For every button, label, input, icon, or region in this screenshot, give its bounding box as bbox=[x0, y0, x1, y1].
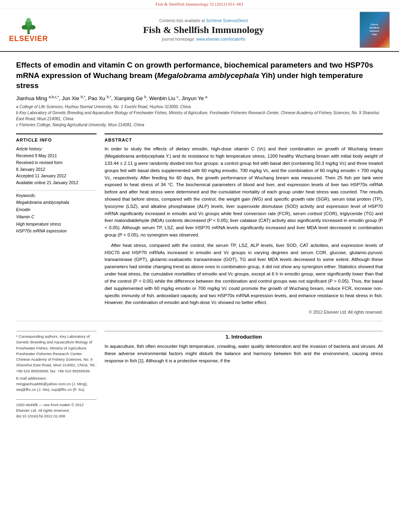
journal-homepage-line: journal homepage: www.elsevier.com/locat… bbox=[55, 37, 352, 41]
homepage-url[interactable]: www.elsevier.com/locate/fsi bbox=[196, 37, 245, 41]
footnote-corresponding: * Corresponding authors. Key Laboratory … bbox=[16, 334, 97, 393]
abstract-body: In order to study the effects of dietary… bbox=[105, 146, 383, 306]
affil-b: b Key Laboratory of Genetic Breeding and… bbox=[16, 110, 383, 122]
article-info-heading: ARTICLE INFO bbox=[16, 138, 97, 142]
journal-reference-bar: Fish & Shellfish Immunology 32 (2012) 65… bbox=[0, 0, 399, 8]
copyright-line: © 2012 Elsevier Ltd. All rights reserved… bbox=[105, 310, 383, 314]
affiliations: a College of Life Sciences, Huzhou Norma… bbox=[16, 104, 383, 128]
intro-heading: 1. Introduction bbox=[105, 334, 383, 340]
title-italic: Megalobrama amblycephala bbox=[157, 71, 259, 80]
svg-point-3 bbox=[27, 18, 31, 23]
keyword-4: High temperature stress bbox=[16, 221, 97, 228]
history-section: Article history: Received 9 May 2011 Rec… bbox=[16, 146, 97, 186]
sciverse-line: Contents lists available at SciVerse Sci… bbox=[55, 18, 352, 23]
keywords-label: Keywords: bbox=[16, 193, 97, 198]
revised-date: 8 January 2012 bbox=[16, 166, 97, 173]
issn-section: 1050-4648/$ — see front matter © 2012 El… bbox=[16, 399, 97, 419]
journal-title-area: Contents lists available at SciVerse Sci… bbox=[55, 18, 352, 41]
keyword-3: Vitamin C bbox=[16, 214, 97, 221]
keyword-1: Megalobrama amblycephala bbox=[16, 199, 97, 206]
abstract-para1: In order to study the effects of dietary… bbox=[105, 146, 383, 239]
issn-line: 1050-4648/$ — see front matter © 2012 El… bbox=[16, 402, 97, 414]
email-line: E-mail addresses: mingjianhua686@yahoo.c… bbox=[16, 376, 97, 393]
keyword-5: HSP70s mRNA expression bbox=[16, 228, 97, 235]
author-xianping: Xianping Ge b bbox=[114, 95, 146, 101]
introduction-col: 1. Introduction In aquaculture, fish oft… bbox=[105, 331, 383, 419]
journal-title: Fish & Shellfish Immunology bbox=[55, 25, 352, 35]
intro-text: In aquaculture, fish often encounter hig… bbox=[105, 343, 383, 364]
keywords-section: Keywords: Megalobrama amblycephala Emodi… bbox=[16, 190, 97, 235]
homepage-label: journal homepage: bbox=[162, 37, 195, 41]
section-divider bbox=[16, 321, 383, 321]
article-info-abstract-section: ARTICLE INFO Article history: Received 9… bbox=[16, 134, 383, 314]
abstract-col: Abstract In order to study the effects o… bbox=[105, 134, 383, 314]
email-label: E-mail addresses: bbox=[16, 376, 47, 380]
author-jianhua: Jianhua Ming a,b,c,* bbox=[16, 95, 59, 101]
author-jun: Jun Xie b,* bbox=[62, 95, 85, 101]
doi-line: doi:10.1016/j.fsi.2012.01.008 bbox=[16, 413, 97, 419]
available-date: Available online 21 January 2012 bbox=[16, 179, 97, 186]
bottom-section: * Corresponding authors. Key Laboratory … bbox=[16, 328, 383, 419]
abstract-heading: Abstract bbox=[105, 138, 383, 142]
affil-c: c Fisheries College, Nanjing Agricultura… bbox=[16, 122, 383, 128]
article-info-col: ARTICLE INFO Article history: Received 9… bbox=[16, 134, 97, 314]
abstract-para2: After heat stress, compared with the con… bbox=[105, 242, 383, 306]
svg-point-5 bbox=[31, 25, 36, 30]
corresponding-text: * Corresponding authors. Key Laboratory … bbox=[16, 334, 97, 374]
elsevier-wordmark: ELSEVIER bbox=[9, 35, 48, 43]
journal-cover-area: Fish &ShellfishImmunology bbox=[356, 12, 393, 48]
received-date: Received 9 May 2011 bbox=[16, 152, 97, 159]
journal-header: ELSEVIER Contents lists available at Sci… bbox=[0, 8, 399, 52]
accepted-date: Accepted 11 January 2012 bbox=[16, 173, 97, 179]
history-label: Article history: bbox=[16, 146, 97, 152]
author-jinyun: Jinyun Ye a bbox=[181, 95, 207, 101]
footnotes-col: * Corresponding authors. Key Laboratory … bbox=[16, 331, 97, 419]
affil-a: a College of Life Sciences, Huzhou Norma… bbox=[16, 104, 383, 110]
email-addresses: mingjianhua686@yahoo.com.cn (J. Ming), x… bbox=[16, 382, 88, 392]
publisher-logo-area: ELSEVIER bbox=[6, 16, 51, 43]
journal-cover-image: Fish &ShellfishImmunology bbox=[360, 12, 390, 48]
contents-text: Contents lists available at bbox=[159, 18, 205, 23]
svg-point-4 bbox=[22, 25, 27, 30]
authors-line: Jianhua Ming a,b,c,*, Jun Xie b,*, Pao X… bbox=[16, 95, 383, 101]
journal-ref-text: Fish & Shellfish Immunology 32 (2012) 65… bbox=[156, 2, 244, 6]
article-title: Effects of emodin and vitamin C on growt… bbox=[16, 60, 383, 91]
author-pao: Pao Xu b,* bbox=[88, 95, 111, 101]
revised-label: Received in revised form bbox=[16, 159, 97, 166]
page: Fish & Shellfish Immunology 32 (2012) 65… bbox=[0, 0, 399, 532]
author-wenbin: Wenbin Liu c bbox=[149, 95, 179, 101]
main-content: Effects of emodin and vitamin C on growt… bbox=[0, 52, 399, 427]
keyword-2: Emodin bbox=[16, 206, 97, 214]
sciverse-link[interactable]: SciVerse ScienceDirect bbox=[206, 18, 248, 23]
elsevier-tree-icon bbox=[16, 16, 41, 35]
